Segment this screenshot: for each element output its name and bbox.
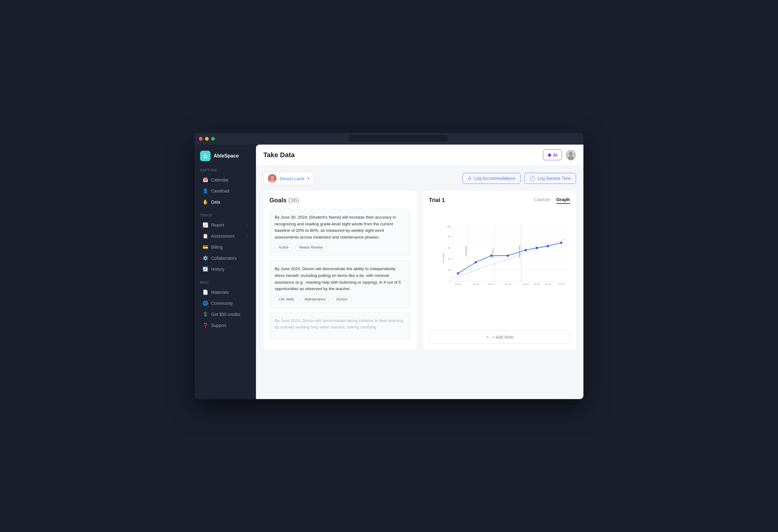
two-col-layout: Goals (36) By June 30, 2024, [Student's …	[263, 191, 576, 350]
student-name: Devon Lane	[280, 176, 304, 181]
data-point-2[interactable]	[474, 261, 477, 263]
ai-button-label: AI	[553, 153, 557, 157]
data-point-7[interactable]	[547, 245, 549, 247]
sidebar-section-misc: MISC📄Materials🌐Community💲Get $50 credits…	[194, 281, 256, 331]
goals-list: By June 30, 2024, [Student's Name] will …	[269, 209, 411, 339]
goals-panel: Goals (36) By June 30, 2024, [Student's …	[263, 191, 417, 350]
data-point-5[interactable]	[525, 249, 527, 251]
goal-card-goal-2[interactable]: By June 2024, Devon will demonstrate the…	[269, 260, 411, 308]
sidebar-item-billing[interactable]: 💳Billing	[197, 242, 253, 253]
svg-text:Maintenance: Maintenance	[518, 245, 521, 257]
main-content: Take Data ◆ AI	[256, 145, 584, 399]
student-dropdown-icon: ▾	[308, 176, 309, 180]
sidebar-item-data[interactable]: ✋Data	[197, 197, 253, 208]
community-icon: 🌐	[203, 301, 208, 306]
goals-title: Goals	[269, 197, 287, 204]
svg-text:60: 60	[448, 246, 451, 249]
sidebar-item-label: Data	[211, 200, 220, 205]
sidebar-item-support[interactable]: ❓Support	[197, 320, 253, 331]
log-accommodations-button[interactable]: ⊙ Log Accommodations	[463, 173, 521, 184]
data-point-6[interactable]	[536, 247, 538, 249]
tab-capture[interactable]: Capture	[534, 197, 550, 204]
sidebar-item-label: Caseload	[211, 188, 229, 194]
sidebar-item-label: Report	[211, 223, 224, 227]
goal-card-goal-1[interactable]: By June 30, 2024, [Student's Name] will …	[269, 209, 411, 256]
add-note-label: + Add Note	[492, 334, 514, 339]
accommodations-icon: ⊙	[468, 175, 472, 181]
svg-text:100: 100	[447, 225, 451, 228]
trial-label: Trial 1	[429, 197, 445, 204]
goals-count: (36)	[288, 197, 299, 204]
maximize-dot[interactable]	[211, 137, 215, 141]
sidebar-item-assessment[interactable]: 📋Assessment›	[197, 231, 253, 242]
tag-school[interactable]: School	[332, 296, 352, 303]
minimize-dot[interactable]	[205, 137, 209, 141]
sidebar-item-label: Community	[211, 301, 233, 306]
data-point-4[interactable]	[507, 254, 509, 257]
svg-text:Jun 14: Jun 14	[472, 283, 479, 285]
chevron-right-icon: ›	[247, 224, 248, 227]
page-title: Take Data	[263, 151, 295, 159]
tab-graph[interactable]: Graph	[556, 197, 570, 204]
sidebar-section-label: TRACK	[194, 214, 256, 220]
svg-text:Jun 13: Jun 13	[488, 283, 494, 285]
svg-text:Treatment: Treatment	[465, 246, 467, 256]
ai-button[interactable]: ◆ AI	[543, 150, 562, 160]
sidebar-item-label: Calendar	[211, 177, 229, 182]
svg-point-2	[568, 156, 574, 160]
top-bar: Take Data ◆ AI	[256, 145, 584, 165]
app-body: AbleSpace CAPTURE📅Calendar👤Caseload✋Data…	[194, 145, 584, 399]
log-service-time-button[interactable]: 🕐 Log Service Time	[524, 173, 576, 184]
assessment-icon: 📋	[203, 233, 208, 239]
sidebar-item-community[interactable]: 🌐Community	[197, 298, 253, 309]
log-accommodations-label: Log Accommodations	[474, 176, 515, 181]
graph-header: Trial 1 Capture Graph	[429, 197, 570, 204]
svg-text:Jun 15: Jun 15	[544, 283, 551, 285]
sidebar-section-track: TRACK📈Report›📋Assessment›💳Billing⚙️Colla…	[194, 214, 256, 275]
add-note-button[interactable]: ＋ + Add Note	[429, 330, 570, 344]
sidebar-item-history[interactable]: 🔄History	[197, 264, 253, 275]
report-icon: 📈	[203, 222, 208, 228]
svg-point-4	[271, 176, 274, 179]
billing-icon: 💳	[203, 244, 208, 250]
url-bar-area	[217, 135, 579, 143]
close-dot[interactable]	[199, 137, 203, 141]
goals-header: Goals (36)	[269, 197, 411, 204]
app-window: AbleSpace CAPTURE📅Calendar👤Caseload✋Data…	[194, 133, 584, 399]
sidebar-item-label: Get $50 credits	[211, 312, 240, 317]
tag-maintenance[interactable]: Maintenance	[301, 296, 330, 303]
svg-line-27	[453, 239, 565, 278]
graph-panel: Trial 1 Capture Graph Accuracy	[423, 191, 576, 350]
sidebar-item-collaborators[interactable]: ⚙️Collaborators	[197, 253, 253, 264]
data-point-8[interactable]	[560, 242, 562, 244]
logo-text: AbleSpace	[214, 153, 239, 159]
goal-card-goal-3[interactable]: By June 2024, Devon will demonstrate tak…	[269, 312, 411, 339]
tag-needs-review[interactable]: Needs Review	[295, 244, 327, 251]
collaborators-icon: ⚙️	[203, 255, 208, 261]
top-bar-right: ◆ AI	[543, 150, 576, 160]
tag-active[interactable]: Active	[275, 244, 293, 251]
sidebar-item-credits[interactable]: 💲Get $50 credits	[197, 309, 253, 320]
user-avatar[interactable]	[566, 150, 576, 160]
sidebar-item-report[interactable]: 📈Report›	[197, 220, 253, 231]
student-selector[interactable]: Devon Lane ▾	[263, 172, 314, 185]
tag-life-skills[interactable]: Life Skills	[275, 296, 298, 303]
data-point-3[interactable]	[490, 254, 492, 257]
svg-text:Jun 14: Jun 14	[533, 283, 540, 285]
goal-tags: Life SkillsMaintenanceSchool	[275, 296, 405, 303]
support-icon: ❓	[203, 323, 208, 328]
sidebar-item-label: History	[211, 267, 225, 272]
history-icon: 🔄	[203, 267, 208, 272]
chart-area: Accuracy 0 20 40	[429, 209, 570, 325]
sidebar-item-materials[interactable]: 📄Materials	[197, 287, 253, 298]
add-note-icon: ＋	[485, 334, 489, 340]
student-bar: Devon Lane ▾ ⊙ Log Accommodations 🕐 Log …	[263, 172, 576, 185]
data-point-1[interactable]	[457, 272, 459, 275]
service-time-icon: 🕐	[529, 175, 535, 181]
sidebar-item-caseload[interactable]: 👤Caseload	[197, 185, 253, 197]
sidebar-item-calendar[interactable]: 📅Calendar	[197, 174, 253, 185]
url-bar[interactable]	[349, 135, 448, 142]
svg-text:Jun 15: Jun 15	[558, 283, 564, 285]
svg-text:40: 40	[448, 257, 451, 260]
sidebar-item-label: Support	[211, 323, 226, 328]
